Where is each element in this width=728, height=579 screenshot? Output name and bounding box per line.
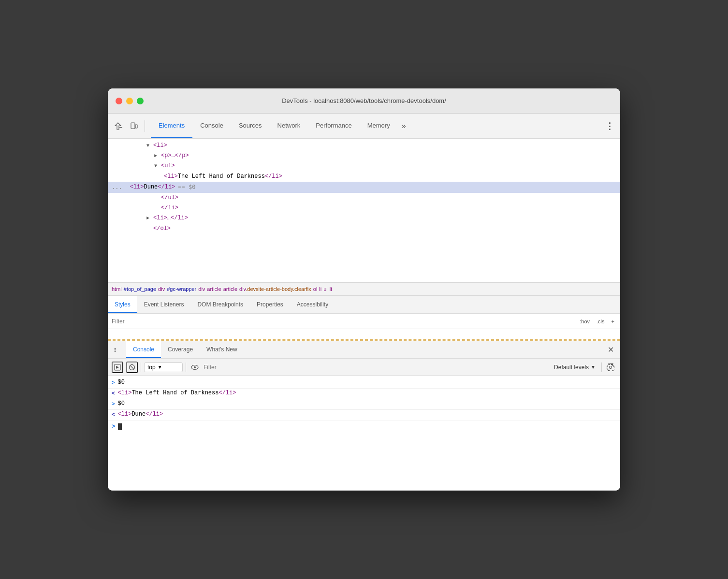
styles-filter-bar: :hov .cls + [108,314,620,329]
toolbar-divider [145,120,145,132]
breadcrumb-gc-wrapper[interactable]: #gc-wrapper [167,286,196,292]
main-tabs-list: Elements Console Sources Network Perform… [151,114,603,138]
close-button[interactable] [116,98,122,104]
console-filter-input[interactable] [204,364,548,371]
dom-line[interactable]: </li> [108,203,620,213]
inspect-element-button[interactable] [112,119,125,133]
tab-network[interactable]: Network [270,114,308,138]
dom-line[interactable]: ▼<ul> [108,161,620,171]
tab-dom-breakpoints[interactable]: DOM Breakpoints [190,296,250,313]
tab-properties[interactable]: Properties [250,296,290,313]
devtools-menu-button[interactable]: ⋮ [603,119,616,133]
styles-content [108,329,620,341]
tab-sources[interactable]: Sources [231,114,270,138]
breadcrumb-li-active[interactable]: li [330,286,332,292]
tab-console[interactable]: Console [192,114,231,138]
toolbar-end: ⋮ [603,119,616,133]
cls-button[interactable]: .cls [595,318,607,325]
dom-line[interactable]: ►<li>…</li> [108,213,620,223]
breadcrumb-li1[interactable]: li [319,286,321,292]
console-input-arrow: > [112,401,115,407]
tab-memory[interactable]: Memory [360,114,398,138]
console-expression: $0 [118,400,125,407]
drawer-menu-button[interactable] [112,344,123,356]
context-selector[interactable]: top ▼ [144,362,183,372]
preserve-log-button[interactable] [189,362,201,373]
dom0-marker: == $0 [178,183,195,192]
titlebar: DevTools - localhost:8080/web/tools/chro… [108,88,620,114]
add-style-button[interactable]: + [610,318,616,325]
console-expression: $0 [118,379,125,386]
tree-arrow[interactable]: ► [154,152,161,160]
console-output[interactable]: > $0 < <li>The Left Hand of Darkness</li… [108,376,620,491]
dom-line[interactable]: ▼<li> [108,141,620,151]
breadcrumb-html[interactable]: html [112,286,122,292]
console-row[interactable]: > $0 [108,378,620,389]
svg-point-4 [115,349,116,350]
breadcrumb-bar: html #top_of_page div #gc-wrapper div ar… [108,282,620,296]
more-tabs-button[interactable]: » [398,114,410,138]
styles-panel: Styles Event Listeners DOM Breakpoints P… [108,296,620,341]
tree-arrow[interactable]: ▼ [146,142,153,150]
svg-point-5 [115,350,116,351]
breadcrumb-div2[interactable]: div [198,286,205,292]
console-result: <li>Dune</li> [118,411,163,418]
dom-line[interactable]: </ol> [108,224,620,234]
top-toolbar: Elements Console Sources Network Perform… [108,114,620,139]
hov-button[interactable]: :hov [578,318,592,325]
tab-accessibility[interactable]: Accessibility [290,296,335,313]
toolbar-icons [112,119,147,133]
console-input-row[interactable]: > [108,420,620,433]
drawer-close-button[interactable]: ✕ [605,344,616,356]
devtools-container: Elements Console Sources Network Perform… [108,114,620,491]
devtools-window: DevTools - localhost:8080/web/tools/chro… [108,88,620,491]
dom-line-selected[interactable]: ... <li>Dune</li> == $0 [108,182,620,193]
drawer-tab-coverage[interactable]: Coverage [161,341,200,358]
svg-line-9 [130,365,134,369]
breadcrumb-article1[interactable]: article [207,286,221,292]
breadcrumb-top-of-page[interactable]: #top_of_page [124,286,156,292]
styles-filter-input[interactable] [112,318,578,325]
tab-performance[interactable]: Performance [308,114,359,138]
console-cursor [118,423,122,430]
tree-arrow[interactable]: ▼ [154,162,161,170]
svg-point-3 [115,347,116,348]
console-settings-button[interactable] [605,362,616,373]
breadcrumb-ul[interactable]: ul [323,286,328,292]
tab-styles[interactable]: Styles [108,296,137,313]
svg-rect-1 [131,123,135,129]
tab-elements[interactable]: Elements [151,114,192,138]
elements-panel[interactable]: ▼<li> ►<p>…</p> ▼<ul> <li>The Left Hand … [108,139,620,282]
execute-script-button[interactable] [112,362,123,373]
ellipsis-marker: ... [108,182,126,192]
tab-event-listeners[interactable]: Event Listeners [137,296,191,313]
dom-line[interactable]: <li>The Left Hand of Darkness</li> [108,172,620,182]
breadcrumb-div-class[interactable]: div.devsite-article-body.clearfix [239,286,311,292]
console-prompt: > [112,423,115,430]
clear-console-button[interactable] [126,362,138,373]
console-row[interactable]: < <li>Dune</li> [108,410,620,420]
console-output-arrow: < [112,412,115,418]
dom-line[interactable]: ►<p>…</p> [108,151,620,161]
drawer-tab-console[interactable]: Console [126,341,161,358]
breadcrumb-ol[interactable]: ol [313,286,318,292]
drawer-tabs-bar: Console Coverage What's New ✕ [108,341,620,359]
styles-tabs: Styles Event Listeners DOM Breakpoints P… [108,296,620,314]
window-title: DevTools - localhost:8080/web/tools/chro… [282,97,446,104]
console-row[interactable]: > $0 [108,399,620,410]
filter-actions: :hov .cls + [578,318,616,325]
console-result: <li>The Left Hand of Darkness</li> [118,390,236,396]
tree-arrow[interactable]: ► [146,215,153,222]
maximize-button[interactable] [137,98,144,104]
drawer-tab-whats-new[interactable]: What's New [200,341,244,358]
log-levels-button[interactable]: Default levels ▼ [551,363,598,372]
console-separator-2 [186,362,186,372]
breadcrumb-div1[interactable]: div [158,286,165,292]
dom-line[interactable]: </ul> [108,193,620,203]
minimize-button[interactable] [126,98,133,104]
device-toggle-button[interactable] [127,119,141,133]
console-separator [141,362,141,372]
console-row[interactable]: < <li>The Left Hand of Darkness</li> [108,389,620,399]
breadcrumb-article2[interactable]: article [223,286,237,292]
svg-rect-2 [135,125,137,128]
